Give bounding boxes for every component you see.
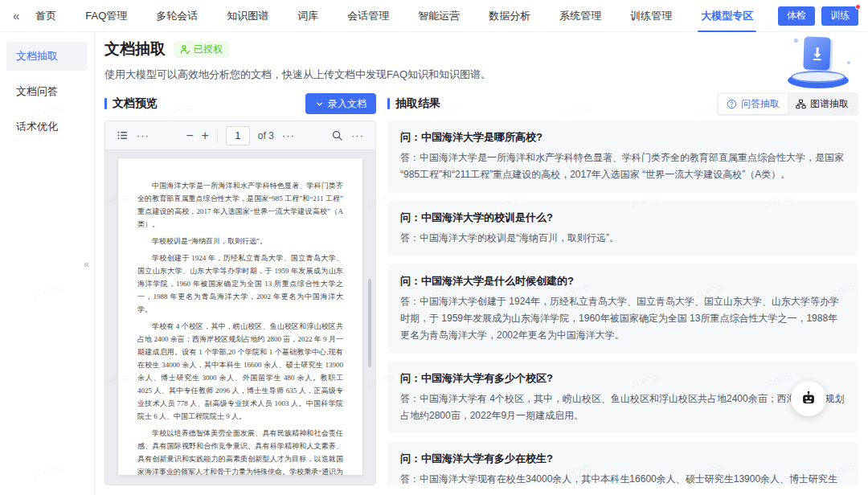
- knowledge-graph-icon: [796, 99, 806, 109]
- extraction-mode-toggle: 问答抽取 图谱抽取: [717, 92, 858, 116]
- sidebar-collapse-handle[interactable]: «: [84, 259, 89, 270]
- main-content: 文档抽取 已授权 使用大模型可以高效地分析您的文档，快速从上传文档中发现FAQ知…: [95, 32, 868, 495]
- qa-answer: 答：中国海洋大学现有在校生34000余人，其中本科生16600余人、硕士研究生1…: [400, 471, 845, 485]
- page-total-label: of 3: [258, 130, 274, 141]
- nav-item[interactable]: 知识图谱: [227, 0, 268, 32]
- qa-card: 问：中国海洋大学有多少在校生? 答：中国海洋大学现有在校生34000余人，其中本…: [387, 442, 858, 485]
- nav-item[interactable]: FAQ管理: [85, 0, 127, 32]
- question-circle-icon: [727, 99, 737, 109]
- nav-item[interactable]: 会话管理: [347, 0, 389, 32]
- outline-list-icon[interactable]: [117, 129, 129, 141]
- zoom-out-icon[interactable]: −: [186, 129, 193, 142]
- sidebar: 文档抽取 文档问答 话术优化 «: [0, 32, 95, 495]
- document-paragraph: 学校校训是“海纳百川，取则行远”。: [137, 235, 343, 248]
- qa-answer: 答：中国海洋大学有 4个校区，其中，崂山校区、鱼山校区和浮山校区共占地2400余…: [400, 391, 845, 424]
- qa-question: 问：中国海洋大学是哪所高校?: [400, 129, 845, 145]
- nav-item[interactable]: 多轮会话: [156, 0, 198, 32]
- toolbar-right-more-icon[interactable]: ···: [351, 129, 364, 141]
- qa-result-list: 问：中国海洋大学是哪所高校? 答：中国海洋大学是一所海洋和水产学科特色显著、学科…: [387, 121, 858, 485]
- tab-qa-extraction[interactable]: 问答抽取: [719, 94, 788, 114]
- train-button[interactable]: 训练: [821, 6, 858, 26]
- page-number-input[interactable]: [226, 126, 250, 145]
- chevron-down-icon: [315, 100, 324, 108]
- sidebar-menu: 文档抽取 文档问答 话术优化: [0, 42, 94, 141]
- pdf-viewer: ··· − + of 3 ···: [104, 121, 376, 485]
- zoom-in-icon[interactable]: +: [202, 129, 209, 142]
- toolbar-divider: [217, 129, 218, 142]
- document-canvas[interactable]: 中国海洋大学是一所海洋和水产学科特色显著、学科门类齐全的教育部直属重点综合性大学…: [105, 150, 375, 485]
- sidebar-item[interactable]: 文档问答: [6, 77, 88, 106]
- document-preview-panel: 文档预览 录入文档 ···: [104, 92, 376, 485]
- document-paragraph: 学校以培养德智体美劳全面发展、具有民族精神和社会责任感、具有国际视野和合作竞争意…: [137, 427, 343, 475]
- page-more-icon[interactable]: ···: [282, 129, 295, 141]
- nav-item[interactable]: 系统管理: [559, 0, 601, 32]
- nav-item[interactable]: 大模型专区: [701, 0, 753, 32]
- nav-collapse-icon[interactable]: «: [13, 9, 19, 22]
- tab-qa-label: 问答抽取: [741, 97, 780, 111]
- nav-item[interactable]: 智能运营: [418, 0, 460, 32]
- qa-question: 问：中国海洋大学的校训是什么?: [400, 210, 845, 225]
- qa-question: 问：中国海洋大学有多少个校区?: [400, 370, 845, 386]
- sidebar-item[interactable]: 话术优化: [6, 112, 88, 141]
- top-navbar: « 首页 FAQ管理 多轮会话 知识图谱 词库 会话管理 智能运营 数据分析 系…: [0, 0, 868, 32]
- document-page: 中国海洋大学是一所海洋和水产学科特色显著、学科门类齐全的教育部直属重点综合性大学…: [118, 158, 362, 475]
- page-description: 使用大模型可以高效地分析您的文档，快速从上传文档中发现FAQ知识和知识图谱。: [104, 68, 858, 82]
- tab-graph-extraction[interactable]: 图谱抽取: [788, 94, 857, 114]
- train-button-label: 训练: [830, 10, 850, 21]
- download-arrow-icon: [810, 46, 824, 61]
- extraction-results-panel: 抽取结果 问答抽取 图谱抽取: [387, 92, 858, 485]
- document-paragraph: 学校有 4 个校区，其中，崂山校区、鱼山校区和浮山校区共占地 2400 余亩；西…: [137, 320, 343, 423]
- checkup-button[interactable]: 体检: [778, 6, 815, 26]
- tab-graph-label: 图谱抽取: [810, 97, 849, 111]
- search-icon[interactable]: [331, 129, 343, 141]
- nav-item[interactable]: 词库: [297, 0, 318, 32]
- results-panel-title: 抽取结果: [387, 96, 440, 111]
- preview-scrollbar[interactable]: [368, 279, 371, 367]
- toolbar-more-icon[interactable]: ···: [137, 129, 149, 141]
- authorized-badge-label: 已授权: [194, 43, 223, 56]
- robot-icon: [800, 390, 817, 407]
- qa-answer: 答：中国海洋大学创建于 1924年，历经私立青岛大学、国立青岛大学、国立山东大学…: [400, 293, 845, 344]
- assistant-robot-button[interactable]: [791, 381, 826, 416]
- pdf-toolbar: ··· − + of 3 ···: [105, 121, 375, 150]
- qa-card: 问：中国海洋大学有多少个校区? 答：中国海洋大学有 4个校区，其中，崂山校区、鱼…: [387, 362, 858, 433]
- qa-card: 问：中国海洋大学的校训是什么? 答：中国海洋大学的校训是“海纳百川，取则行远”。: [387, 201, 858, 256]
- nav-item[interactable]: 训练管理: [630, 0, 672, 32]
- document-paragraph: 中国海洋大学是一所海洋和水产学科特色显著、学科门类齐全的教育部直属重点综合性大学…: [137, 179, 343, 231]
- nav-actions: 体检 训练: [778, 6, 858, 26]
- preview-panel-title: 文档预览: [104, 96, 158, 111]
- upload-document-label: 录入文档: [328, 97, 366, 111]
- qa-answer: 答：中国海洋大学的校训是“海纳百川，取则行远”。: [400, 230, 845, 247]
- app-window: « 首页 FAQ管理 多轮会话 知识图谱 词库 会话管理 智能运营 数据分析 系…: [0, 0, 868, 495]
- nav-item[interactable]: 首页: [35, 0, 56, 32]
- page-title: 文档抽取: [104, 39, 166, 59]
- upload-document-button[interactable]: 录入文档: [305, 93, 376, 114]
- authorized-badge: 已授权: [174, 41, 229, 58]
- sidebar-item[interactable]: 文档抽取: [6, 42, 88, 71]
- checkup-button-label: 体检: [787, 10, 806, 21]
- person-check-icon: [180, 44, 190, 55]
- nav-menu: 首页 FAQ管理 多轮会话 知识图谱 词库 会话管理 智能运营 数据分析 系统管…: [35, 0, 753, 32]
- qa-question: 问：中国海洋大学有多少在校生?: [400, 451, 845, 466]
- qa-card: 问：中国海洋大学是哪所高校? 答：中国海洋大学是一所海洋和水产学科特色显著、学科…: [387, 121, 858, 192]
- qa-card: 问：中国海洋大学是什么时候创建的? 答：中国海洋大学创建于 1924年，历经私立…: [387, 264, 858, 353]
- qa-answer: 答：中国海洋大学是一所海洋和水产学科特色显著、学科门类齐全的教育部直属重点综合性…: [400, 149, 845, 183]
- qa-question: 问：中国海洋大学是什么时候创建的?: [400, 273, 845, 288]
- notification-dot: [855, 4, 861, 10]
- document-paragraph: 学校创建于 1924 年，历经私立青岛大学、国立青岛大学、国立山东大学、山东大学…: [137, 252, 343, 316]
- nav-item[interactable]: 数据分析: [489, 0, 530, 32]
- document-extract-illustration: [781, 37, 855, 88]
